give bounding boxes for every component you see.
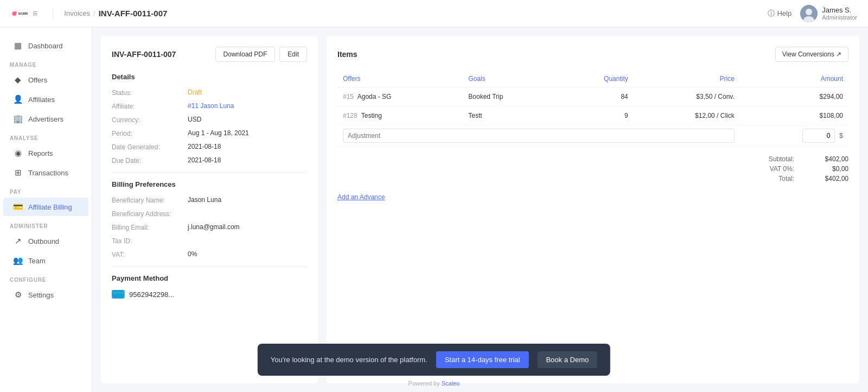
sidebar-collapse-btn[interactable]: ≡ [33,9,37,18]
edit-button[interactable]: Edit [279,47,307,62]
items-panel: Items View Conversions ↗ Offers Goals Qu… [327,36,859,383]
help-button[interactable]: ⓘ Help [768,9,792,18]
tax-id-row: Tax ID: [112,237,307,245]
section-label-analyse: ANALYSE [0,129,92,143]
status-row: Status: Draft [112,88,307,97]
adjustment-amount-cell: $ [740,125,848,147]
table-body: #15 Agoda - SG Booked Trip 84 $3,50 / Co… [337,87,848,147]
breadcrumb: Invoices / INV-AFF-0011-007 [53,9,167,18]
table-header: Offers Goals Quantity Price Amount [337,71,848,87]
section-label-manage: MANAGE [0,55,92,70]
topbar-right: ⓘ Help James S. Administrator [768,5,857,22]
adjustment-cell [337,125,740,147]
transactions-icon: ⊞ [13,168,23,178]
view-conversions-button[interactable]: View Conversions ↗ [775,47,848,62]
sidebar-item-transactions[interactable]: ⊞ Transactions [3,163,88,182]
offer-2-id: #128 [343,112,358,119]
items-header: Items View Conversions ↗ [337,47,848,62]
payment-method-title: Payment Method [112,274,307,282]
beneficiary-name-row: Beneficiary Name: Jason Luna [112,196,307,204]
download-pdf-button[interactable]: Download PDF [215,47,276,62]
demo-banner: You're looking at the demo version of th… [258,344,610,376]
adjustment-amount-input[interactable] [802,129,835,143]
invoice-id: INV-AFF-0011-007 [112,50,176,59]
affiliates-icon: 👤 [13,94,23,104]
invoice-panel: INV-AFF-0011-007 Download PDF Edit Detai… [101,36,318,383]
outbound-icon: ↗ [13,236,23,246]
sidebar-item-advertisers[interactable]: 🏢 Advertisers [3,110,88,128]
period-value: Aug 1 - Aug 18, 2021 [188,129,249,137]
period-label: Period: [112,129,182,137]
billing-icon: 💳 [13,202,23,212]
offer-1-id: #15 [343,93,354,100]
table-row: #128 Testing Testt 9 $12,00 / Click $108… [337,106,848,125]
due-date-row: Due Date: 2021-08-18 [112,156,307,165]
sidebar-item-label: Affiliates [28,96,55,104]
vat-label: VAT: [112,250,182,258]
subtotal-value: $402,00 [810,155,848,163]
invoice-header: INV-AFF-0011-007 Download PDF Edit [112,47,307,62]
affiliate-value[interactable]: #11 Jason Luna [188,102,234,110]
scaleo-link[interactable]: Scaleo [442,380,460,387]
adjustment-input[interactable] [343,129,735,143]
adjustment-row: $ [337,125,848,147]
offer-2-amount: $108,00 [740,106,848,125]
vat-value: 0% [188,250,197,258]
offer-1-price: $3,50 / Conv. [634,87,740,106]
sidebar-item-affiliates[interactable]: 👤 Affiliates [3,90,88,109]
col-amount: Amount [740,71,848,87]
affiliate-row: Affiliate: #11 Jason Luna [112,102,307,110]
total-row: Total: $402,00 [751,175,848,182]
breadcrumb-current: INV-AFF-0011-007 [99,9,168,18]
currency-value: USD [188,116,201,123]
start-trial-button[interactable]: Start a 14-days free trial [436,351,529,368]
svg-rect-3 [113,290,124,298]
sidebar-item-offers[interactable]: ◆ Offers [3,71,88,89]
content: INV-AFF-0011-007 Download PDF Edit Detai… [92,27,868,392]
demo-banner-text: You're looking at the demo version of th… [271,356,427,364]
payment-card-icon [112,290,125,299]
status-label: Status: [112,88,182,97]
offer-1-amount: $294,00 [740,87,848,106]
divider-1 [112,172,307,173]
sidebar-item-reports[interactable]: ◉ Reports [3,144,88,162]
offers-icon: ◆ [13,75,23,85]
currency-label: Currency: [112,116,182,124]
offer-2-name: #128 Testing [337,106,463,125]
col-offers: Offers [337,71,463,87]
book-demo-button[interactable]: Book a Demo [537,351,597,368]
add-advance-link[interactable]: Add an Advance [337,193,385,201]
billing-email-row: Billing Email: j.luna@gmail.com [112,223,307,231]
sidebar-item-settings[interactable]: ⚙ Settings [3,286,88,304]
beneficiary-address-row: Beneficiary Address: [112,210,307,218]
sidebar: ▦ Dashboard MANAGE ◆ Offers 👤 Affiliates… [0,27,92,392]
user-details: James S. Administrator [822,6,857,21]
sidebar-item-label: Offers [28,76,47,84]
details-title: Details [112,73,307,81]
col-goals: Goals [463,71,559,87]
sidebar-item-label: Transactions [28,169,68,177]
user-role: Administrator [822,14,857,21]
settings-icon: ⚙ [13,290,23,300]
breadcrumb-sep: / [93,9,95,17]
sidebar-item-affiliate-billing[interactable]: 💳 Affiliate Billing [3,198,88,216]
divider-2 [112,266,307,267]
topbar: scaleo ≡ Invoices / INV-AFF-0011-007 ⓘ H… [0,0,868,27]
currency-row: Currency: USD [112,116,307,124]
user-name: James S. [822,6,857,14]
section-label-configure: CONFIGURE [0,270,92,285]
sidebar-item-label: Dashboard [28,42,63,50]
logo[interactable]: scaleo [11,5,28,22]
sidebar-item-dashboard[interactable]: ▦ Dashboard [3,36,88,55]
section-label-pay: PAY [0,182,92,197]
sidebar-item-team[interactable]: 👥 Team [3,251,88,270]
invoice-actions: Download PDF Edit [215,47,307,62]
breadcrumb-parent[interactable]: Invoices [64,9,90,17]
subtotal-label: Subtotal: [751,155,794,163]
date-generated-row: Date Generated: 2021-08-18 [112,143,307,151]
due-date-label: Due Date: [112,156,182,165]
sidebar-item-label: Reports [28,149,53,157]
sidebar-item-outbound[interactable]: ↗ Outbound [3,232,88,250]
billing-title: Billing Preferences [112,180,307,188]
col-quantity: Quantity [559,71,634,87]
